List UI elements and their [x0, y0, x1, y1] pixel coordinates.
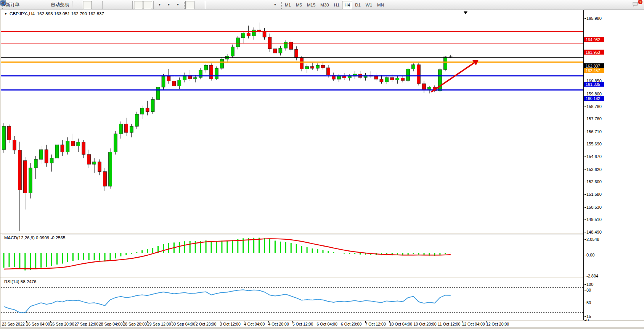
collapse-triangle-icon[interactable]: ▼ — [4, 12, 7, 16]
bear-candle — [300, 58, 304, 69]
notifications-button[interactable]: 1 — [632, 1, 641, 9]
text-label-tool-button[interactable]: T — [261, 1, 270, 9]
bull-candle — [385, 77, 389, 82]
bull-candle — [348, 76, 351, 78]
templates-button[interactable]: ▼ — [173, 1, 182, 9]
bear-candle — [82, 142, 85, 155]
bull-candle — [443, 57, 447, 69]
macd-panel[interactable]: MACD(12,26,9) 0.0909 -0.2565 — [1, 234, 584, 277]
bull-candle — [284, 42, 287, 48]
rsi-label: RSI(14) 58.2476 — [4, 279, 36, 284]
price-level-badge: 160.182 — [584, 96, 604, 101]
bull-candle — [279, 48, 282, 53]
time-axis-tick — [196, 321, 196, 323]
zoom-out-button[interactable] — [113, 1, 122, 9]
signals-button[interactable] — [40, 1, 49, 9]
chart-shift-button[interactable] — [143, 1, 152, 9]
price-axis[interactable]: 165.980161.870160.850159.800158.780157.7… — [583, 10, 644, 320]
chevron-down-icon: ▼ — [167, 3, 170, 6]
bear-candle — [98, 162, 101, 172]
toolbar-grip[interactable] — [280, 1, 282, 9]
chevron-down-icon: ▼ — [274, 3, 277, 6]
bull-candle — [194, 77, 197, 79]
tab-timeframe-H1[interactable]: H1 — [332, 1, 342, 9]
chart-shift-marker[interactable] — [464, 11, 467, 14]
mt4-window: { "app": {"platform_style": "MetaTrader … — [0, 0, 644, 329]
auto-scroll-button[interactable] — [134, 1, 143, 9]
tab-timeframe-MN[interactable]: MN — [375, 1, 386, 9]
tile-windows-button[interactable] — [122, 1, 131, 9]
rsi-axis-tick: 80 — [586, 288, 591, 292]
bear-candle — [210, 65, 213, 79]
time-axis-label: 3 Oct 12:00 — [220, 322, 241, 326]
marketwatch-button[interactable] — [21, 1, 31, 9]
time-axis-tick — [389, 321, 390, 323]
new-order-label: 新订单 — [6, 2, 19, 8]
autotrade-button[interactable]: 自动交易 — [49, 1, 71, 9]
time-axis-label: 7 Oct 12:00 — [365, 322, 386, 326]
tab-timeframe-M30[interactable]: M30 — [318, 1, 331, 9]
search-button[interactable] — [623, 1, 632, 9]
bear-candle — [422, 84, 426, 90]
time-axis-label: 10 Oct 20:00 — [414, 322, 437, 326]
zoom-in-button[interactable] — [104, 1, 113, 9]
separator — [72, 1, 72, 9]
tab-timeframe-M15[interactable]: M15 — [305, 1, 318, 9]
bull-candle — [135, 114, 138, 126]
fibonacci-tool-button[interactable]: F — [243, 1, 252, 9]
bear-candle — [172, 81, 176, 86]
bear-candle — [390, 77, 394, 80]
bear-candle — [273, 49, 277, 53]
bar-chart-button[interactable] — [74, 1, 83, 9]
line-chart-button[interactable] — [92, 1, 101, 9]
text-tool-button[interactable]: A — [252, 1, 261, 9]
channel-tool-button[interactable]: E — [234, 1, 243, 9]
tab-timeframe-D1[interactable]: D1 — [353, 1, 363, 9]
time-axis-label: 4 Oct 04:00 — [244, 322, 265, 326]
tab-timeframe-W1[interactable]: W1 — [363, 1, 374, 9]
main-chart-panel[interactable]: ▼ GBPJPY-,H4 162.893 163.051 162.790 162… — [1, 10, 584, 233]
navigator-button[interactable] — [31, 1, 40, 9]
trend-arrow[interactable] — [431, 62, 475, 92]
bear-candle — [71, 141, 75, 146]
price-chart-canvas[interactable] — [1, 10, 583, 233]
cursor-tool-button[interactable] — [185, 1, 194, 9]
crosshair-tool-button[interactable] — [194, 1, 204, 9]
bull-candle — [55, 145, 59, 158]
time-axis[interactable]: 23 Sep 202226 Sep 04:0026 Sep 20:0027 Se… — [1, 321, 644, 327]
toolbar-grip[interactable] — [183, 1, 185, 9]
bear-candle — [263, 31, 266, 37]
macd-canvas[interactable] — [1, 234, 583, 277]
time-axis-label: 10 Oct 04:00 — [389, 322, 412, 326]
time-axis-tick — [244, 321, 244, 323]
vertical-line-tool-button[interactable] — [206, 1, 215, 9]
bull-candle — [66, 141, 69, 152]
arrows-tool-button[interactable]: ▼ — [270, 1, 279, 9]
bull-candle — [215, 68, 218, 79]
chart-ohlc-values: 162.893 163.051 162.790 162.837 — [37, 11, 104, 16]
indicators-button[interactable]: ▼ — [155, 1, 164, 9]
bull-candle — [231, 47, 234, 56]
horizontal-line-tool-button[interactable] — [215, 1, 225, 9]
time-axis-tick — [50, 321, 51, 323]
price-axis-tick: 157.760 — [586, 116, 602, 121]
time-axis-tick — [414, 321, 414, 323]
tab-timeframe-H4[interactable]: H4 — [342, 1, 352, 9]
periods-button[interactable]: ▼ — [164, 1, 173, 9]
bear-candle — [374, 76, 378, 79]
bull-candle — [151, 100, 154, 112]
rsi-canvas[interactable] — [1, 278, 583, 320]
macd-axis-tick: -2.804 — [586, 274, 598, 278]
time-axis-tick — [292, 321, 293, 323]
trendline-tool-button[interactable] — [225, 1, 234, 9]
price-axis-tick: 158.780 — [586, 104, 602, 109]
separator — [102, 1, 103, 9]
time-axis-label: 30 Sep 04:00 — [172, 322, 195, 326]
tab-timeframe-M5[interactable]: M5 — [294, 1, 304, 9]
rsi-panel[interactable]: RSI(14) 58.2476 — [1, 278, 584, 320]
new-order-button[interactable]: 新订单 — [4, 1, 21, 9]
bear-candle — [380, 79, 383, 82]
candlestick-chart-button[interactable] — [83, 1, 92, 9]
tab-timeframe-M1[interactable]: M1 — [283, 1, 293, 9]
time-axis-tick — [317, 321, 317, 323]
